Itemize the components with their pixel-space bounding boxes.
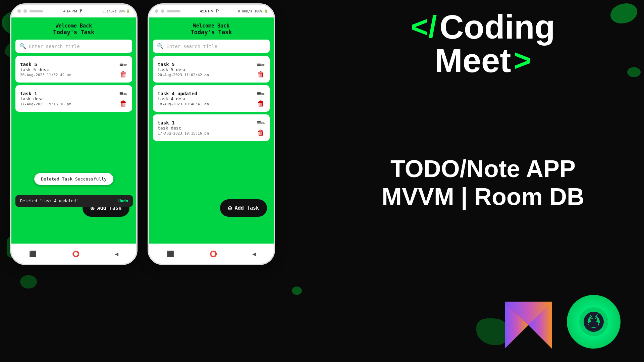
phone1-task-date-0: 20-Aug-2023 11:02:42 am	[20, 73, 119, 77]
coding-title-row: </ Coding	[411, 10, 555, 44]
phone2-task-actions-0: ≡✏ 🗑	[257, 60, 265, 79]
phone1-back-nav[interactable]: ◀	[115, 250, 118, 257]
phone2-task-date-1: 18-Aug-2023 10:46:41 am	[158, 102, 257, 106]
phone2-search-bar[interactable]: 🔍 Enter search title	[153, 40, 270, 53]
svg-rect-7	[589, 322, 598, 327]
phone2-bottom-bar: ⬛ ⭕ ◀	[149, 244, 274, 264]
svg-point-6	[590, 316, 597, 323]
phones-area: 4:14 PM 𝐏 0.1KB/s 99% 🔋 Welcome Back Tod…	[10, 3, 275, 265]
phone2-status-bar: 4:16 PM 𝐏 0.0KB/s 100% 🔋	[149, 5, 274, 17]
phone1-search-placeholder: Enter search title	[29, 44, 80, 49]
svg-point-10	[591, 318, 593, 319]
android-studio-icon	[579, 307, 609, 337]
phone1-task-actions-1: ≡✏ 🗑	[119, 89, 127, 108]
phone2-task-desc-2: task desc	[158, 125, 257, 131]
phone2-time: 4:16 PM 𝐏	[200, 8, 219, 14]
phone1-edit-icon-0[interactable]: ≡✏	[119, 60, 127, 68]
phone2-p-icon: 𝐏	[216, 8, 219, 14]
phone2-delete-icon-1[interactable]: 🗑	[257, 99, 265, 108]
phone1-p-icon: 𝐏	[79, 8, 82, 14]
phone1-dot-left	[17, 9, 21, 13]
phone2-back-nav[interactable]: ◀	[252, 250, 256, 257]
phone1-bottom-bar: ⬛ ⭕ ◀	[11, 244, 136, 264]
phone2-square-nav[interactable]: ⬛	[167, 250, 174, 257]
coding-meet-logo: </ Coding Meet >	[411, 10, 555, 77]
phone1-task-title-1: task 1	[20, 91, 119, 96]
phone1-task-actions-0: ≡✏ 🗑	[119, 60, 127, 79]
phone2-task-title-2: task 1	[158, 120, 257, 125]
open-angle-bracket: </	[411, 12, 437, 42]
phone2-task-title-0: task 5	[158, 62, 257, 67]
phone1-snackbar: Deleted 'task 4 updated' Undo	[15, 195, 133, 207]
phone2-delete-icon-0[interactable]: 🗑	[257, 70, 265, 79]
phone1-task-date-1: 17-Aug-2023 19:15:16 pm	[20, 102, 119, 106]
todo-subtitle: TODO/Note APP MVVM | Room DB	[382, 155, 584, 211]
phone2-task-card-2: task 1 task desc 17-Aug-2023 19:15:16 pm…	[153, 114, 270, 141]
phone2-edit-icon-1[interactable]: ≡✏	[257, 89, 265, 97]
close-angle-bracket: >	[514, 45, 532, 75]
phone2-task-title-1: task 4 updated	[158, 91, 257, 96]
phone1-time: 4:14 PM 𝐏	[63, 8, 82, 14]
phone2-circle-nav[interactable]: ⭕	[210, 250, 217, 257]
phone-1: 4:14 PM 𝐏 0.1KB/s 99% 🔋 Welcome Back Tod…	[10, 3, 138, 265]
phone1-battery-icon: 🔋	[126, 9, 130, 13]
phone2-task-info-2: task 1 task desc 17-Aug-2023 19:15:16 pm	[158, 120, 257, 136]
phone2-header: Welcome Back Today's Task	[149, 17, 274, 40]
phone2-task-actions-2: ≡✏ 🗑	[257, 118, 265, 137]
phone1-snackbar-text: Deleted 'task 4 updated'	[20, 199, 78, 203]
bottom-logos-area	[339, 295, 627, 349]
phone1-search-icon: 🔍	[19, 43, 26, 49]
phone2-task-date-0: 20-Aug-2023 11:02:42 am	[158, 73, 257, 77]
phone1-task-title-0: task 5	[20, 62, 119, 67]
phone1-task-card-0: task 5 task 5 desc 20-Aug-2023 11:02:42 …	[15, 56, 132, 83]
phone2-task-card-1: task 4 updated task 4 desc 18-Aug-2023 1…	[153, 85, 270, 112]
phone1-task-desc-1: task desc	[20, 96, 119, 101]
phone1-circle-nav[interactable]: ⭕	[72, 250, 79, 257]
phone1-welcome-text: Welcome Back	[11, 23, 136, 29]
phone2-add-plus-icon: ⊕	[228, 204, 232, 212]
phone2-camera-notch	[155, 9, 180, 13]
phone1-task-info-0: task 5 task 5 desc 20-Aug-2023 11:02:42 …	[20, 62, 119, 77]
phone1-delete-icon-1[interactable]: 🗑	[120, 99, 127, 108]
phone2-welcome-text: Welcome Back	[149, 23, 274, 29]
svg-point-11	[595, 318, 596, 319]
phone1-task-info-1: task 1 task desc 17-Aug-2023 19:15:16 pm	[20, 91, 119, 106]
phone1-status-bar: 4:14 PM 𝐏 0.1KB/s 99% 🔋	[11, 5, 136, 17]
phone1-undo-button[interactable]: Undo	[118, 199, 128, 203]
phone2-search-icon: 🔍	[157, 43, 164, 49]
phone2-task-desc-0: task 5 desc	[158, 67, 257, 72]
phone2-todays-task-text: Today's Task	[149, 29, 274, 36]
phone2-add-task-button[interactable]: ⊕ Add Task	[220, 199, 267, 217]
phone2-task-info-0: task 5 task 5 desc 20-Aug-2023 11:02:42 …	[158, 62, 257, 77]
phone2-search-placeholder: Enter search title	[166, 44, 217, 49]
kotlin-logo	[503, 302, 553, 349]
todo-title-line2: MVVM | Room DB	[382, 183, 584, 211]
branding-area: </ Coding Meet > TODO/Note APP MVVM | Ro…	[332, 0, 634, 362]
phone2-status-right: 0.0KB/s 100% 🔋	[238, 9, 268, 13]
phone2-task-card-0: task 5 task 5 desc 20-Aug-2023 11:02:42 …	[153, 56, 270, 83]
phone2-edit-icon-2[interactable]: ≡✏	[257, 118, 265, 126]
phone1-toast: Deleted Task Successfully	[34, 173, 113, 185]
phone1-task-card-1: task 1 task desc 17-Aug-2023 19:15:16 pm…	[15, 85, 132, 112]
phone1-screen: Welcome Back Today's Task 🔍 Enter search…	[11, 17, 136, 244]
phone2-delete-icon-2[interactable]: 🗑	[257, 128, 265, 137]
phone2-task-date-2: 17-Aug-2023 19:15:16 pm	[158, 131, 257, 136]
phone1-camera-notch	[17, 9, 43, 13]
phone2-battery-icon: 🔋	[264, 9, 268, 13]
phone1-todays-task-text: Today's Task	[11, 29, 136, 36]
phone1-speaker	[30, 10, 43, 12]
phone1-dot-right	[23, 9, 27, 13]
meet-word: Meet	[435, 44, 511, 77]
coding-word: Coding	[440, 10, 555, 44]
phone1-square-nav[interactable]: ⬛	[29, 250, 37, 257]
phone2-screen: Welcome Back Today's Task 🔍 Enter search…	[149, 17, 274, 244]
meet-title-row: Meet >	[435, 44, 531, 77]
phone2-task-info-1: task 4 updated task 4 desc 18-Aug-2023 1…	[158, 91, 257, 106]
phone1-delete-icon-0[interactable]: 🗑	[120, 70, 127, 79]
phone2-task-actions-1: ≡✏ 🗑	[257, 89, 265, 108]
phone1-edit-icon-1[interactable]: ≡✏	[119, 89, 127, 97]
phone2-dot-left	[155, 9, 158, 13]
phone2-task-desc-1: task 4 desc	[158, 96, 257, 101]
phone1-search-bar[interactable]: 🔍 Enter search title	[15, 40, 132, 53]
phone2-edit-icon-0[interactable]: ≡✏	[257, 60, 265, 68]
